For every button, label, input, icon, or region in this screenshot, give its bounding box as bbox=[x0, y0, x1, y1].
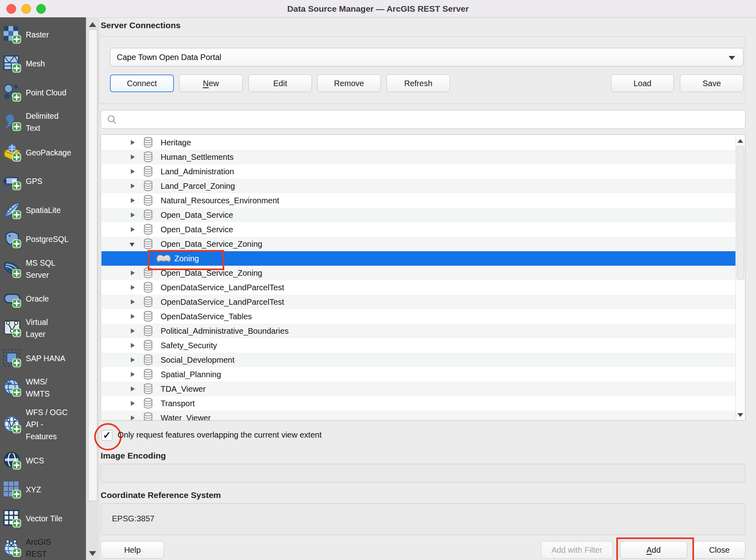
expand-arrow-icon[interactable] bbox=[131, 213, 135, 217]
expand-arrow-icon[interactable] bbox=[131, 329, 135, 333]
tree-row-land_parcel_zoning[interactable]: Land_Parcel_Zoning bbox=[101, 179, 737, 193]
sidebar-item-raster[interactable]: Raster bbox=[0, 21, 86, 49]
crs-box[interactable] bbox=[101, 503, 746, 535]
tree-row-heritage[interactable]: Heritage bbox=[101, 135, 737, 150]
scroll-up-icon[interactable] bbox=[89, 22, 96, 27]
tree-row-spatial_planning[interactable]: Spatial_Planning bbox=[101, 367, 737, 382]
sidebar-item-label: Oracle bbox=[26, 293, 49, 305]
connection-select[interactable]: Cape Town Open Data Portal bbox=[110, 48, 744, 66]
tree-row-open_data_service_zoning[interactable]: Open_Data_Service_Zoning bbox=[101, 237, 737, 251]
new-button[interactable]: New bbox=[179, 74, 243, 92]
tree-row-open_data_service[interactable]: Open_Data_Service bbox=[101, 208, 737, 222]
sidebar-item-wfs-ogc-api-features[interactable]: WFS / OGC API - Features bbox=[0, 398, 86, 450]
connection-select-value: Cape Town Open Data Portal bbox=[117, 53, 221, 62]
image-encoding-field bbox=[101, 464, 746, 483]
sidebar-item-arcgis-rest[interactable]: ArcGIS REST bbox=[0, 528, 86, 560]
expand-arrow-icon[interactable] bbox=[131, 386, 135, 391]
expand-arrow-icon[interactable] bbox=[131, 155, 135, 159]
service-folder-icon bbox=[143, 137, 153, 149]
sidebar-item-ms-sql-server[interactable]: MS SQL Server bbox=[0, 249, 86, 289]
sidebar-item-label: Virtual Layer bbox=[26, 316, 48, 340]
tree-row-water_viewer[interactable]: Water_Viewer bbox=[101, 411, 737, 421]
sidebar-item-geopackage[interactable]: GeoPackage bbox=[0, 138, 86, 167]
expand-arrow-icon[interactable] bbox=[131, 415, 135, 420]
search-input[interactable] bbox=[120, 114, 745, 124]
checkmark-icon: ✓ bbox=[103, 430, 111, 440]
sidebar-item-mesh[interactable]: Mesh bbox=[0, 50, 86, 78]
tree-row-political_administrative_boundaries[interactable]: Political_Administrative_Boundaries bbox=[101, 324, 737, 338]
tree-row-opendataservice_landparceltest[interactable]: OpenDataService_LandParcelTest bbox=[101, 295, 737, 309]
tree-row-natural_resources_environment[interactable]: Natural_Resources_Environment bbox=[101, 193, 737, 208]
expand-arrow-icon[interactable] bbox=[131, 198, 135, 203]
tree-row-human_settlements[interactable]: Human_Settlements bbox=[101, 150, 737, 164]
xyz-icon bbox=[2, 480, 22, 499]
sidebar-item-virtual-layer[interactable]: Virtual Layer bbox=[0, 308, 86, 348]
sidebar-item-gps[interactable]: GPS bbox=[0, 167, 86, 195]
remove-button[interactable]: Remove bbox=[317, 74, 381, 92]
sidebar-item-label: XYZ bbox=[26, 484, 41, 496]
expand-arrow-icon[interactable] bbox=[131, 401, 135, 406]
tree-row-label: Heritage bbox=[161, 138, 191, 147]
expand-arrow-icon[interactable] bbox=[131, 285, 135, 290]
scroll-down-icon[interactable] bbox=[737, 413, 743, 417]
expand-arrow-icon[interactable] bbox=[131, 300, 135, 304]
new-button-label: New bbox=[203, 79, 219, 88]
add-button[interactable]: Add bbox=[620, 541, 687, 559]
expand-arrow-icon[interactable] bbox=[131, 343, 135, 348]
expand-arrow-icon[interactable] bbox=[131, 169, 135, 174]
load-button[interactable]: Load bbox=[611, 74, 674, 92]
scroll-up-icon[interactable] bbox=[737, 139, 743, 143]
sidebar-scrollbar[interactable] bbox=[86, 17, 99, 560]
connect-button[interactable]: Connect bbox=[110, 74, 174, 92]
refresh-button[interactable]: Refresh bbox=[386, 74, 450, 92]
service-folder-icon bbox=[143, 325, 153, 338]
load-button-label: Load bbox=[634, 79, 652, 88]
sidebar-scrollbar-thumb[interactable] bbox=[88, 29, 97, 501]
sidebar-item-label: GPS bbox=[26, 175, 42, 187]
window-title: Data Source Manager — ArcGIS REST Server bbox=[0, 0, 756, 17]
add-with-filter-button[interactable]: Add with Filter bbox=[541, 541, 613, 559]
save-button[interactable]: Save bbox=[680, 74, 744, 92]
scroll-down-icon[interactable] bbox=[89, 551, 96, 556]
collapse-arrow-icon[interactable] bbox=[130, 243, 134, 247]
tree-row-label: Social_Development bbox=[161, 355, 234, 365]
sidebar-item-wcs[interactable]: WCS bbox=[0, 446, 86, 475]
sidebar-item-spatialite[interactable]: SpatiaLite bbox=[0, 196, 86, 224]
view-extent-checkbox[interactable]: ✓ bbox=[101, 430, 112, 441]
sidebar-item-label: Point Cloud bbox=[26, 87, 66, 99]
expand-arrow-icon[interactable] bbox=[131, 314, 135, 319]
help-button-label: Help bbox=[124, 546, 140, 555]
tree-scrollbar-thumb[interactable] bbox=[737, 146, 744, 279]
sidebar-item-xyz[interactable]: XYZ bbox=[0, 475, 86, 504]
vector-tile-icon bbox=[2, 509, 22, 528]
sidebar-item-label: WCS bbox=[26, 455, 44, 467]
close-button[interactable]: Close bbox=[693, 541, 746, 559]
tree-row-land_administration[interactable]: Land_Administration bbox=[101, 164, 737, 179]
tree-row-opendataservice_landparceltest[interactable]: OpenDataService_LandParcelTest bbox=[101, 280, 737, 295]
tree-row-social_development[interactable]: Social_Development bbox=[101, 353, 737, 367]
expand-arrow-icon[interactable] bbox=[131, 184, 135, 188]
point-cloud-icon bbox=[2, 83, 22, 102]
sidebar-item-label: Raster bbox=[26, 29, 49, 41]
expand-arrow-icon[interactable] bbox=[131, 271, 135, 275]
tree-row-transport[interactable]: Transport bbox=[101, 396, 737, 411]
tree-row-tda_viewer[interactable]: TDA_Viewer bbox=[101, 382, 737, 396]
tree-row-open_data_service[interactable]: Open_Data_Service bbox=[101, 222, 737, 237]
tree-row-label: OpenDataService_Tables bbox=[161, 312, 252, 321]
expand-arrow-icon[interactable] bbox=[131, 227, 135, 232]
service-folder-icon bbox=[143, 296, 153, 309]
tree-row-safety_security[interactable]: Safety_Security bbox=[101, 338, 737, 353]
geopackage-icon bbox=[2, 143, 22, 162]
expand-arrow-icon[interactable] bbox=[131, 140, 135, 145]
tree-scrollbar[interactable] bbox=[735, 135, 745, 421]
tree-row-zoning[interactable]: Zoning bbox=[101, 251, 737, 266]
edit-button[interactable]: Edit bbox=[248, 74, 312, 92]
expand-arrow-icon[interactable] bbox=[131, 372, 135, 377]
tree-row-opendataservice_tables[interactable]: OpenDataService_Tables bbox=[101, 309, 737, 324]
tree-row-open_data_service_zoning[interactable]: Open_Data_Service_Zoning bbox=[101, 266, 737, 280]
sidebar-item-label: Vector Tile bbox=[26, 512, 62, 525]
help-button[interactable]: Help bbox=[101, 541, 164, 559]
sidebar-item-delimited-text[interactable]: Delimited Text bbox=[0, 102, 86, 142]
mssql-icon bbox=[2, 259, 22, 279]
expand-arrow-icon[interactable] bbox=[131, 357, 135, 362]
